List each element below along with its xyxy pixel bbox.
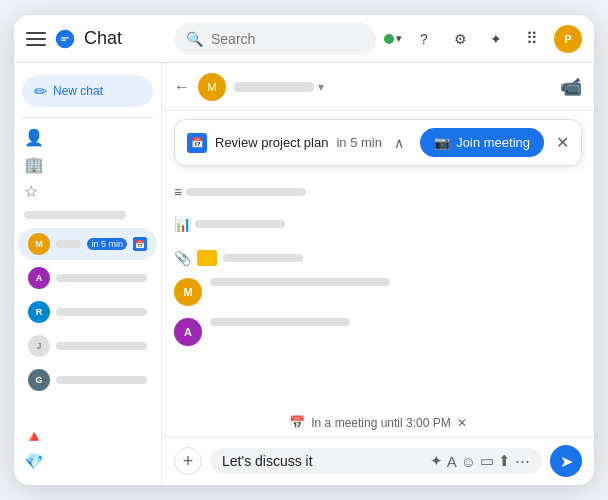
attachment-line xyxy=(223,254,303,262)
msg1-bubble xyxy=(210,278,582,286)
message-row-1: M xyxy=(174,278,582,306)
input-area: + ✦ A ☺ ▭ ⬆ ⋯ ➤ xyxy=(162,436,594,485)
expand-icon[interactable]: ∧ xyxy=(394,135,404,151)
attachment-icon: 📎 xyxy=(174,250,191,266)
dm5-avatar: G xyxy=(28,369,50,391)
list-icon: ≡ xyxy=(174,184,182,200)
sidebar-bottom-icons: 🔺 💎 xyxy=(14,421,161,477)
image-icon[interactable]: ▭ xyxy=(480,452,494,470)
msg2-body xyxy=(210,318,582,326)
chat-header: ← M ▾ 📹 xyxy=(162,63,594,111)
chat-avatar: M xyxy=(198,73,226,101)
msg2-line xyxy=(210,318,350,326)
sidebar-divider xyxy=(22,117,153,118)
message-input[interactable] xyxy=(222,453,424,469)
join-meeting-button[interactable]: 📷 Join meeting xyxy=(420,128,544,157)
chevron-down-icon[interactable]: ▾ xyxy=(318,80,324,94)
dm1-calendar-badge: 📅 xyxy=(133,237,147,251)
apps-icon: ⠿ xyxy=(526,29,539,48)
chart-icon: 📊 xyxy=(174,216,191,232)
new-chat-button[interactable]: ✏ New chat xyxy=(22,75,153,107)
msg1-avatar: M xyxy=(174,278,202,306)
messages-area: ≡ 📊 📎 M xyxy=(162,174,594,409)
dm4-name xyxy=(56,342,147,350)
sidebar: ✏ New chat 👤 🏢 ☆ M in 5 min xyxy=(14,63,162,485)
app-title: Chat xyxy=(84,28,122,49)
help-icon: ? xyxy=(420,31,428,47)
chat-name-placeholder xyxy=(234,82,314,92)
input-toolbar-icons: ✦ A ☺ ▭ ⬆ ⋯ xyxy=(430,452,530,470)
top-bar-right: ▾ ? ⚙ ✦ ⠿ P xyxy=(384,25,582,53)
chat-header-title: ▾ xyxy=(234,80,560,94)
dm2-name xyxy=(56,274,147,282)
send-button[interactable]: ➤ xyxy=(550,445,582,477)
msg1-line xyxy=(210,278,390,286)
app-logo xyxy=(54,28,76,50)
search-bar[interactable]: 🔍 xyxy=(174,23,376,55)
sidebar-item-dm3[interactable]: R xyxy=(18,296,157,328)
dm3-avatar: R xyxy=(28,301,50,323)
sidebar-item-icon1[interactable]: 👤 xyxy=(14,124,161,151)
msg2-avatar: A xyxy=(174,318,202,346)
sidebar-item-icon2[interactable]: 🏢 xyxy=(14,151,161,178)
help-button[interactable]: ? xyxy=(410,25,438,53)
dm1-avatar: M xyxy=(28,233,50,255)
emoji-icon[interactable]: ☺ xyxy=(461,453,476,470)
dm1-name xyxy=(56,240,81,248)
back-button[interactable]: ← xyxy=(174,78,190,96)
apps-button[interactable]: ⠿ xyxy=(518,25,546,53)
message-input-wrap: ✦ A ☺ ▭ ⬆ ⋯ xyxy=(210,448,542,474)
app-window: Chat 🔍 ▾ ? ⚙ ✦ ⠿ P xyxy=(14,15,594,485)
message-row-2: A xyxy=(174,318,582,346)
notification-title: Review project plan xyxy=(215,135,328,150)
toolbar-line2 xyxy=(195,220,285,228)
more-options-icon[interactable]: ⋯ xyxy=(515,452,530,470)
hamburger-icon[interactable] xyxy=(26,29,46,49)
user-avatar[interactable]: P xyxy=(554,25,582,53)
search-input[interactable] xyxy=(211,31,364,47)
notification-close-button[interactable]: ✕ xyxy=(556,133,569,152)
msg1-body xyxy=(210,278,582,286)
google-meet-icon[interactable]: 💎 xyxy=(24,452,151,471)
star-icon: ☆ xyxy=(24,182,38,201)
msg2-bubble xyxy=(210,318,582,326)
top-bar: Chat 🔍 ▾ ? ⚙ ✦ ⠿ P xyxy=(14,15,594,63)
building-icon: 🏢 xyxy=(24,155,44,174)
calendar-icon: 📅 xyxy=(187,133,207,153)
person-icon: 👤 xyxy=(24,128,44,147)
sidebar-item-dm4[interactable]: J xyxy=(18,330,157,362)
google-drive-icon[interactable]: 🔺 xyxy=(24,427,151,446)
settings-button[interactable]: ⚙ xyxy=(446,25,474,53)
attachment-row: 📎 xyxy=(174,250,582,266)
sidebar-item-dm1[interactable]: M in 5 min 📅 xyxy=(18,228,157,260)
send-icon: ➤ xyxy=(560,452,573,471)
sidebar-item-dm2[interactable]: A xyxy=(18,262,157,294)
dm4-avatar: J xyxy=(28,335,50,357)
text-format-icon[interactable]: A xyxy=(447,453,457,470)
sparkle-icon: ✦ xyxy=(490,31,502,47)
settings-icon: ⚙ xyxy=(454,31,467,47)
main-content: ✏ New chat 👤 🏢 ☆ M in 5 min xyxy=(14,63,594,485)
attachment-preview xyxy=(197,250,217,266)
video-call-button[interactable]: 📹 xyxy=(560,76,582,98)
add-button[interactable]: + xyxy=(174,447,202,475)
chat-area: ← M ▾ 📹 📅 Review project plan in 5 min ∧ xyxy=(162,63,594,485)
message-toolbar2: 📊 xyxy=(174,214,582,234)
sidebar-placeholder-group xyxy=(14,205,161,227)
search-icon: 🔍 xyxy=(186,31,203,47)
plus-icon: + xyxy=(183,451,194,472)
format-icon[interactable]: ✦ xyxy=(430,452,443,470)
meeting-status-bar: 📅 In a meeting until 3:00 PM ✕ xyxy=(162,409,594,436)
dm3-name xyxy=(56,308,147,316)
new-chat-icon: ✏ xyxy=(34,82,47,101)
sidebar-item-icon3[interactable]: ☆ xyxy=(14,178,161,205)
meeting-status-close[interactable]: ✕ xyxy=(457,416,467,430)
notification-time: in 5 min xyxy=(336,135,382,150)
sparkle-button[interactable]: ✦ xyxy=(482,25,510,53)
notification-banner: 📅 Review project plan in 5 min ∧ 📷 Join … xyxy=(174,119,582,166)
meeting-calendar-icon: 📅 xyxy=(289,415,305,430)
sidebar-item-dm5[interactable]: G xyxy=(18,364,157,396)
dm5-name xyxy=(56,376,147,384)
upload-icon[interactable]: ⬆ xyxy=(498,452,511,470)
dm2-avatar: A xyxy=(28,267,50,289)
